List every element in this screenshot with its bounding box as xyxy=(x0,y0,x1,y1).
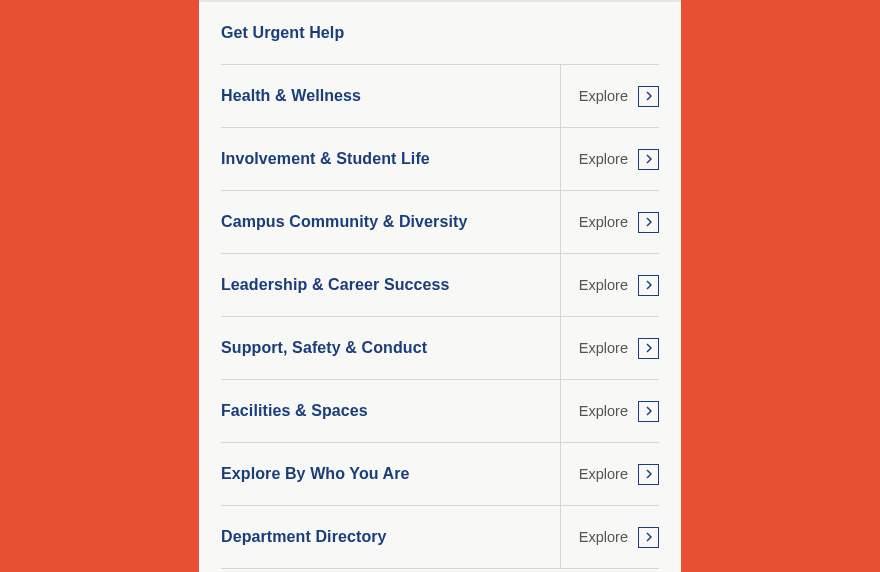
chevron-right-icon xyxy=(638,464,659,485)
nav-label-cell: Facilities & Spaces xyxy=(221,380,560,442)
explore-button[interactable]: Explore xyxy=(560,191,659,253)
nav-label-cell: Leadership & Career Success xyxy=(221,254,560,316)
nav-item-campus-community-diversity[interactable]: Campus Community & Diversity Explore xyxy=(221,191,659,254)
explore-button[interactable]: Explore xyxy=(560,380,659,442)
nav-list: Get Urgent Help Health & Wellness Explor… xyxy=(199,2,681,569)
explore-button[interactable]: Explore xyxy=(560,506,659,568)
explore-button[interactable]: Explore xyxy=(560,317,659,379)
nav-item-urgent-help[interactable]: Get Urgent Help xyxy=(221,2,659,65)
nav-label-cell: Health & Wellness xyxy=(221,65,560,127)
explore-label: Explore xyxy=(579,529,628,545)
nav-item-health-wellness[interactable]: Health & Wellness Explore xyxy=(221,65,659,128)
nav-item-label: Get Urgent Help xyxy=(221,24,344,42)
nav-item-facilities-spaces[interactable]: Facilities & Spaces Explore xyxy=(221,380,659,443)
nav-item-label: Involvement & Student Life xyxy=(221,150,430,168)
explore-label: Explore xyxy=(579,214,628,230)
chevron-right-icon xyxy=(638,86,659,107)
chevron-right-icon xyxy=(638,401,659,422)
explore-button[interactable]: Explore xyxy=(560,128,659,190)
nav-item-explore-by-who-you-are[interactable]: Explore By Who You Are Explore xyxy=(221,443,659,506)
nav-label-cell: Support, Safety & Conduct xyxy=(221,317,560,379)
nav-item-leadership-career-success[interactable]: Leadership & Career Success Explore xyxy=(221,254,659,317)
nav-item-label: Health & Wellness xyxy=(221,87,361,105)
nav-item-involvement-student-life[interactable]: Involvement & Student Life Explore xyxy=(221,128,659,191)
nav-item-label: Leadership & Career Success xyxy=(221,276,450,294)
nav-panel: Get Urgent Help Health & Wellness Explor… xyxy=(199,0,681,572)
explore-button[interactable]: Explore xyxy=(560,254,659,316)
nav-item-support-safety-conduct[interactable]: Support, Safety & Conduct Explore xyxy=(221,317,659,380)
explore-label: Explore xyxy=(579,340,628,356)
nav-label-cell: Get Urgent Help xyxy=(221,2,659,64)
chevron-right-icon xyxy=(638,149,659,170)
nav-label-cell: Involvement & Student Life xyxy=(221,128,560,190)
explore-label: Explore xyxy=(579,466,628,482)
nav-item-department-directory[interactable]: Department Directory Explore xyxy=(221,506,659,569)
nav-item-label: Facilities & Spaces xyxy=(221,402,368,420)
explore-button[interactable]: Explore xyxy=(560,443,659,505)
chevron-right-icon xyxy=(638,338,659,359)
explore-label: Explore xyxy=(579,151,628,167)
chevron-right-icon xyxy=(638,275,659,296)
nav-item-label: Explore By Who You Are xyxy=(221,465,410,483)
chevron-right-icon xyxy=(638,527,659,548)
nav-label-cell: Department Directory xyxy=(221,506,560,568)
chevron-right-icon xyxy=(638,212,659,233)
explore-label: Explore xyxy=(579,277,628,293)
explore-button[interactable]: Explore xyxy=(560,65,659,127)
nav-item-label: Campus Community & Diversity xyxy=(221,213,467,231)
explore-label: Explore xyxy=(579,88,628,104)
nav-label-cell: Campus Community & Diversity xyxy=(221,191,560,253)
nav-item-label: Support, Safety & Conduct xyxy=(221,339,427,357)
nav-item-label: Department Directory xyxy=(221,528,387,546)
nav-label-cell: Explore By Who You Are xyxy=(221,443,560,505)
explore-label: Explore xyxy=(579,403,628,419)
